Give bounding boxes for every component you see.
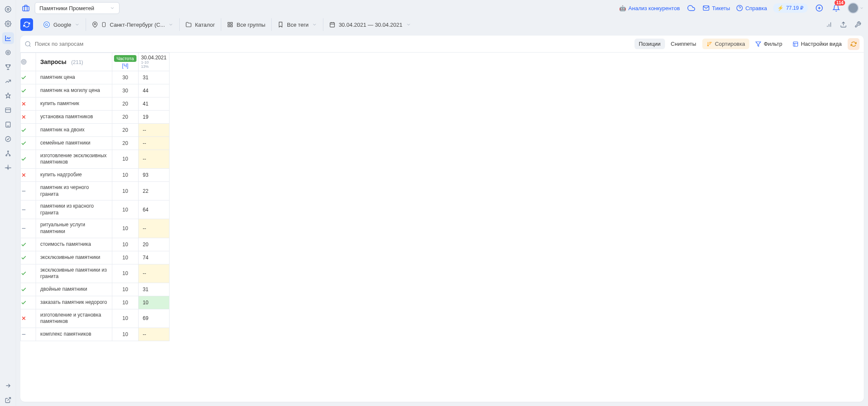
cloud-sync-icon[interactable] bbox=[686, 3, 697, 14]
help-icon bbox=[736, 5, 743, 11]
freq-cell: 20 bbox=[112, 110, 139, 123]
freq-cell: 10 bbox=[112, 219, 139, 238]
tools-icon[interactable] bbox=[852, 19, 864, 31]
table-row[interactable]: памятники из красного гранита1064 bbox=[21, 200, 170, 219]
sort-button[interactable]: Сортировка bbox=[702, 39, 749, 49]
groups-filter[interactable]: Все группы bbox=[221, 18, 271, 31]
date-filter[interactable]: 30.04.2021 — 30.04.2021 bbox=[323, 18, 417, 31]
filter-button[interactable]: Фильтр bbox=[751, 39, 787, 49]
svg-rect-25 bbox=[228, 22, 230, 24]
table-row[interactable]: памятник на двоих20-- bbox=[21, 123, 170, 136]
project-selector[interactable]: Памятники Прометей bbox=[35, 2, 120, 14]
audit-icon[interactable] bbox=[2, 133, 14, 145]
table-row[interactable]: эксклюзивные памятники1074 bbox=[21, 251, 170, 264]
refresh-small-button[interactable] bbox=[848, 38, 860, 50]
collapse-icon[interactable] bbox=[2, 380, 14, 392]
positions-tab[interactable]: Позиции bbox=[634, 39, 665, 49]
tags-filter[interactable]: Все теги bbox=[271, 18, 323, 31]
search-icon bbox=[25, 41, 31, 47]
stats-icon[interactable] bbox=[823, 19, 835, 31]
table-row[interactable]: семейные памятники20-- bbox=[21, 136, 170, 150]
trend-icon[interactable] bbox=[2, 75, 14, 87]
table-row[interactable]: комплекс памятников10-- bbox=[21, 328, 170, 341]
status-cell bbox=[21, 97, 36, 110]
svg-text:G: G bbox=[45, 22, 48, 27]
query-cell: изготовление и установка памятников bbox=[36, 309, 112, 328]
svg-point-22 bbox=[94, 23, 96, 25]
target-column-header[interactable] bbox=[21, 53, 36, 71]
engine-filter[interactable]: G Google bbox=[37, 18, 86, 31]
settings-icon[interactable] bbox=[2, 162, 14, 174]
user-menu[interactable] bbox=[848, 3, 864, 14]
chart-icon[interactable] bbox=[2, 32, 14, 44]
search-input[interactable] bbox=[35, 41, 634, 47]
table-row[interactable]: памятник на могилу цена3044 bbox=[21, 84, 170, 97]
table-row[interactable]: эксклюзивные памятники из гранита10-- bbox=[21, 264, 170, 283]
check-icon bbox=[21, 286, 36, 292]
help-link[interactable]: Справка bbox=[736, 5, 767, 11]
status-cell bbox=[21, 84, 36, 97]
chevron-down-icon bbox=[75, 22, 80, 27]
book-icon[interactable] bbox=[2, 119, 14, 131]
status-cell bbox=[21, 136, 36, 150]
trophy-icon[interactable] bbox=[2, 61, 14, 73]
table-row[interactable]: установка памятников2019 bbox=[21, 110, 170, 123]
status-cell bbox=[21, 168, 36, 181]
view-settings-button[interactable]: Настройки вида bbox=[788, 39, 846, 49]
table-row[interactable]: памятник цена3031 bbox=[21, 71, 170, 84]
logo-icon[interactable] bbox=[2, 3, 14, 15]
query-cell: эксклюзивные памятники bbox=[36, 251, 112, 264]
table-row[interactable]: двойные памятники1031 bbox=[21, 283, 170, 296]
export-icon[interactable] bbox=[837, 19, 849, 31]
query-cell: эксклюзивные памятники из гранита bbox=[36, 264, 112, 283]
svg-rect-7 bbox=[6, 122, 10, 127]
position-cell: -- bbox=[138, 264, 169, 283]
gear-icon[interactable] bbox=[2, 18, 14, 30]
freq-cell: 10 bbox=[112, 296, 139, 309]
balance-pill[interactable]: ⚡ 77.19 ₽ bbox=[773, 3, 808, 13]
briefcase-icon[interactable] bbox=[20, 3, 31, 14]
location-icon bbox=[92, 22, 98, 28]
refresh-button[interactable] bbox=[20, 18, 33, 31]
list-icon[interactable] bbox=[2, 104, 14, 116]
external-icon[interactable] bbox=[2, 394, 14, 406]
svg-point-0 bbox=[5, 6, 11, 12]
table-row[interactable]: купить памятник2041 bbox=[21, 97, 170, 110]
competitor-analysis-link[interactable]: 🤖 Анализ конкурентов bbox=[619, 5, 680, 11]
catalog-filter[interactable]: Каталог bbox=[179, 18, 221, 31]
svg-rect-39 bbox=[793, 42, 798, 46]
snippets-tab[interactable]: Сниппеты bbox=[667, 39, 701, 49]
freq-cell: 10 bbox=[112, 251, 139, 264]
target-gear-icon[interactable] bbox=[2, 47, 14, 58]
notification-button[interactable]: 114 bbox=[831, 3, 842, 14]
queries-table: Запросы (211) Частота [Ч] 30.04.2021 1-1… bbox=[20, 53, 170, 341]
table-row[interactable]: заказать памятник недорого1010 bbox=[21, 296, 170, 309]
tickets-link[interactable]: Тикеты bbox=[703, 5, 730, 11]
chevron-down-icon bbox=[860, 6, 864, 10]
project-name: Памятники Прометей bbox=[39, 5, 94, 11]
frequency-column-header[interactable]: Частота [Ч] bbox=[112, 53, 139, 71]
notification-badge: 114 bbox=[835, 0, 845, 6]
freq-cell: 30 bbox=[112, 84, 139, 97]
structure-icon[interactable] bbox=[2, 147, 14, 159]
table-row[interactable]: ритуальные услуги памятники10-- bbox=[21, 219, 170, 238]
check-icon bbox=[21, 300, 36, 306]
table-row[interactable]: памятник из черного гранита1022 bbox=[21, 181, 170, 200]
table-row[interactable]: купить надгробие1093 bbox=[21, 168, 170, 181]
query-cell: памятник на двоих bbox=[36, 123, 112, 136]
sort-icon bbox=[707, 41, 712, 47]
status-cell bbox=[21, 200, 36, 219]
position-cell: 22 bbox=[138, 181, 169, 200]
date-column-header[interactable]: 30.04.2021 1-10 13% bbox=[138, 53, 169, 71]
table-row[interactable]: изготовление и установка памятников1069 bbox=[21, 309, 170, 328]
svg-point-3 bbox=[6, 50, 10, 55]
freq-cell: 20 bbox=[112, 136, 139, 150]
table-row[interactable]: изготовление эксклюзивных памятников10-- bbox=[21, 150, 170, 168]
table-wrapper[interactable]: Запросы (211) Частота [Ч] 30.04.2021 1-1… bbox=[20, 53, 864, 402]
pin-icon[interactable] bbox=[2, 90, 14, 102]
queries-column-header[interactable]: Запросы (211) bbox=[36, 53, 112, 71]
table-row[interactable]: стоимость памятника1020 bbox=[21, 238, 170, 251]
dash-icon bbox=[21, 225, 36, 231]
region-filter[interactable]: Санкт-Петербург (С... bbox=[86, 18, 179, 31]
add-button[interactable] bbox=[814, 3, 825, 14]
